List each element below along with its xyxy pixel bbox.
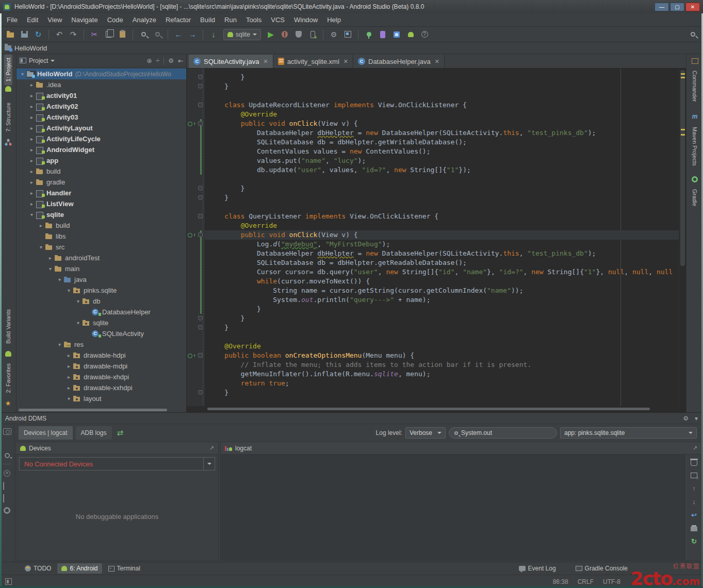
code-line[interactable]: Log.d("mydebug", "MyFirstDebug"); xyxy=(187,240,679,249)
tree-arrow-icon[interactable]: ▾ xyxy=(28,212,36,217)
code-line[interactable]: } xyxy=(187,82,679,91)
float-pane-icon[interactable]: ↗ xyxy=(209,445,214,451)
code-line[interactable]: public void onClick(View v) { xyxy=(187,119,679,128)
overrides-method-icon[interactable] xyxy=(188,121,197,127)
back-icon[interactable]: ← xyxy=(172,28,185,41)
tool-button-maven[interactable]: Maven Projects xyxy=(691,123,699,170)
tree-arrow-icon[interactable]: ▾ xyxy=(46,266,54,272)
tool-button-terminal[interactable]: Terminal xyxy=(104,563,144,574)
device-monitor-icon[interactable] xyxy=(377,28,389,41)
minimize-button[interactable]: — xyxy=(655,3,669,11)
app-filter-select[interactable]: app: pinks.sqlite.sqlite xyxy=(560,427,697,439)
tree-item-Activity02[interactable]: ▸Activity02 xyxy=(17,101,186,112)
code-line[interactable]: } xyxy=(187,73,679,82)
sync-icon[interactable]: ↻ xyxy=(32,28,44,41)
find-icon[interactable] xyxy=(137,28,150,41)
encoding-indicator[interactable]: UTF-8 xyxy=(603,578,620,585)
tree-arrow-icon[interactable]: ▾ xyxy=(65,288,73,293)
close-icon[interactable]: ✕ xyxy=(344,58,348,65)
code-line[interactable]: values.put("name", "lucy"); xyxy=(187,156,679,165)
settings-icon[interactable]: ⚙ xyxy=(328,28,340,41)
tool-window-toggle-icon[interactable] xyxy=(5,578,12,585)
editor-horizontal-scrollbar[interactable] xyxy=(187,406,686,412)
code-line[interactable]: Cursor cursor= db.query("user", new Stri… xyxy=(187,267,679,277)
sdk-manager-icon[interactable] xyxy=(390,28,403,41)
tree-item-drawable-xhdpi[interactable]: ▸drawable-xhdpi xyxy=(17,372,186,382)
scrollbar-thumb[interactable] xyxy=(680,70,685,266)
fold-marker-icon[interactable] xyxy=(198,75,203,79)
code-line[interactable]: } xyxy=(187,305,679,314)
project-structure-icon[interactable] xyxy=(341,28,354,41)
search-icon[interactable] xyxy=(5,453,10,458)
redo-icon[interactable]: ↷ xyxy=(67,28,79,41)
tree-arrow-icon[interactable]: ▸ xyxy=(28,136,36,142)
tree-item-Handler[interactable]: ▸Handler xyxy=(17,188,186,198)
menu-refactor[interactable]: Refactor xyxy=(161,14,195,26)
hide-panel-icon[interactable]: ⇤ xyxy=(178,57,183,64)
menu-vcs[interactable]: VCS xyxy=(266,14,289,26)
copy-icon[interactable] xyxy=(102,28,115,41)
warning-stripe-mark[interactable] xyxy=(681,129,685,130)
tree-arrow-icon[interactable]: ▾ xyxy=(74,320,82,326)
tree-item-libs[interactable]: libs xyxy=(17,231,186,242)
fold-marker-icon[interactable] xyxy=(198,325,203,330)
tree-arrow-icon[interactable]: ▸ xyxy=(28,125,36,131)
tool-button-gradle-console[interactable]: Gradle Console xyxy=(571,563,632,574)
chevron-down-icon[interactable] xyxy=(51,60,55,62)
tree-arrow-icon[interactable]: ▸ xyxy=(37,223,45,228)
tree-item-androidTest[interactable]: ▸androidTest xyxy=(17,253,186,263)
tree-item-drawable-hdpi[interactable]: ▸drawable-hdpi xyxy=(17,350,186,361)
code-line[interactable]: System.out.println("query--->" + name); xyxy=(187,295,679,305)
device-select[interactable]: No Connected Devices xyxy=(19,457,215,471)
make-project-icon[interactable]: ↓ xyxy=(207,28,220,41)
tree-arrow-icon[interactable]: ▸ xyxy=(28,190,36,196)
code-line[interactable]: ContentValues values = new ContentValues… xyxy=(187,147,679,156)
tree-item-db[interactable]: ▾db xyxy=(17,296,186,307)
code-line[interactable]: db.update("user", values, "id=?", new St… xyxy=(187,165,679,175)
scrollbar-thumb[interactable] xyxy=(207,408,650,410)
tree-arrow-icon[interactable]: ▸ xyxy=(28,104,36,109)
fold-marker-icon[interactable] xyxy=(198,195,203,200)
tab-devices-logcat[interactable]: Devices | logcat xyxy=(19,426,73,440)
phone-actions-icon[interactable] xyxy=(3,482,4,490)
tool-button-favorites[interactable]: 2: Favorites xyxy=(4,360,12,396)
tool-button-structure[interactable]: 7: Structure xyxy=(4,99,12,136)
tree-item-sqlite[interactable]: ▾sqlite xyxy=(17,317,186,328)
title-bar[interactable]: HelloWorld - [D:\AndroidStudioProjects\H… xyxy=(0,0,703,13)
tab-adb-logs[interactable]: ADB logs xyxy=(76,426,112,440)
tree-arrow-icon[interactable]: ▸ xyxy=(65,363,73,369)
refresh-icon[interactable]: ⇄ xyxy=(117,428,124,438)
tree-item-drawable-mdpi[interactable]: ▸drawable-mdpi xyxy=(17,361,186,372)
close-icon[interactable]: ✕ xyxy=(435,58,439,65)
line-ending-indicator[interactable]: CRLF xyxy=(578,578,594,585)
tree-arrow-icon[interactable]: ▸ xyxy=(65,374,73,380)
tree-item-ListView[interactable]: ▸ListView xyxy=(17,198,186,209)
ddms-header[interactable]: Android DDMS ⚙ ▾ xyxy=(0,413,703,424)
fold-marker-icon[interactable] xyxy=(198,214,203,219)
code-line[interactable]: } xyxy=(187,388,679,397)
tool-button-commander[interactable]: Commander xyxy=(691,67,699,106)
menu-file[interactable]: File xyxy=(2,14,22,26)
tab-sqliteactivity[interactable]: C SQLiteActivity.java ✕ xyxy=(189,55,273,68)
tool-button-project[interactable]: 1: Project xyxy=(4,54,12,85)
run-icon[interactable]: ▶ xyxy=(265,28,277,41)
scroll-down-icon[interactable]: ↓ xyxy=(692,498,696,505)
logcat-search-input[interactable]: System.out xyxy=(449,427,557,439)
code-line[interactable]: return true; xyxy=(187,379,679,388)
search-everywhere-icon[interactable] xyxy=(686,28,699,41)
tool-button-android[interactable]: 6: Android xyxy=(57,563,102,574)
print-icon[interactable] xyxy=(691,527,697,531)
run-configuration-select[interactable]: sqlite xyxy=(223,29,261,40)
tree-item-AndroidWidget[interactable]: ▸AndroidWidget xyxy=(17,144,186,155)
tree-arrow-icon[interactable]: ▸ xyxy=(28,158,36,163)
tool-button-todo[interactable]: TODO xyxy=(21,563,55,574)
menu-analyze[interactable]: Analyze xyxy=(128,14,161,26)
tree-item-res[interactable]: ▾res xyxy=(17,339,186,350)
layout-dump-icon[interactable] xyxy=(3,494,4,502)
gradle-sync-icon[interactable] xyxy=(363,28,375,41)
fold-marker-icon[interactable] xyxy=(198,232,203,237)
tree-item-build[interactable]: ▸build xyxy=(17,220,186,231)
tree-item-src[interactable]: ▾src xyxy=(17,242,186,253)
tree-arrow-icon[interactable]: ▸ xyxy=(28,169,36,174)
gear-icon[interactable]: ⚙ xyxy=(168,57,174,64)
